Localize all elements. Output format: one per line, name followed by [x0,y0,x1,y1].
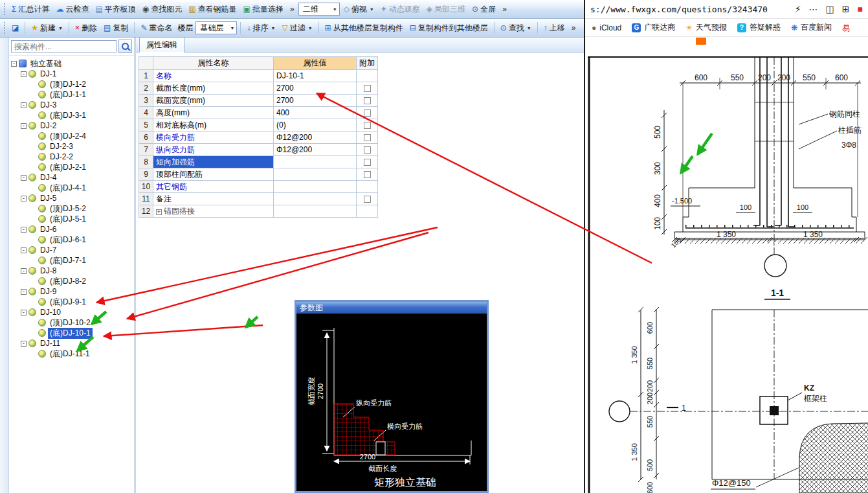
local-3d-button[interactable]: ◈局部三维 [424,3,468,16]
floor-combo[interactable]: 基础层▼ [195,21,237,34]
toolbar-overflow-chevron-1[interactable]: » [287,5,297,14]
tree-node-DJ-1[interactable]: -DJ-1 [9,69,134,79]
attach-checkbox[interactable] [364,134,371,141]
bookmark-qa[interactable]: ?答疑解惑 [737,22,781,33]
tree-node-DJ-10[interactable]: -DJ-10 [9,307,134,317]
tree-node-独立基础[interactable]: -独立基础 [9,58,134,69]
tree-expander-icon[interactable]: - [21,196,27,201]
tree-node-DJ-6[interactable]: -DJ-6 [9,224,134,235]
bookmark-yi[interactable]: 易 [842,24,850,32]
copy-button[interactable]: ▤复制 [101,21,131,35]
tree-expander-icon[interactable]: - [21,123,27,129]
property-value-cell[interactable] [274,181,357,193]
move-up-button[interactable]: ↑上移 [541,21,568,35]
new-button[interactable]: ★新建▼ [28,21,65,35]
tree-node-(底)DJ-8-2[interactable]: (底)DJ-8-2 [9,276,134,286]
toolbar-overflow-chevron-2[interactable]: » [500,5,509,14]
search-input[interactable] [11,40,117,52]
property-value-cell[interactable] [274,156,357,168]
toolbar-grip[interactable] [4,22,6,34]
attach-checkbox[interactable] [364,196,371,203]
property-row[interactable]: 9顶部柱间配筋 [139,168,378,181]
property-row[interactable]: 11备注 [139,193,378,205]
tree-node-DJ-11[interactable]: -DJ-11 [9,338,134,349]
tree-node-DJ-8[interactable]: -DJ-8 [9,266,134,276]
tree-node-(底)DJ-1-1[interactable]: (底)DJ-1-1 [9,89,134,100]
attach-checkbox[interactable] [364,85,371,92]
property-value-cell[interactable]: 400 [274,107,357,119]
expand-icon[interactable]: + [156,209,162,215]
attach-checkbox[interactable] [364,97,371,104]
attach-checkbox[interactable] [364,109,371,117]
bookmark-baidu-news[interactable]: ❋百度新闻 [791,22,832,33]
orbit-view-button[interactable]: ✦动态观察 [378,3,423,16]
full-screen-button[interactable]: ⊙全屏 [469,3,498,16]
cloud-check-button[interactable]: ☁云检查 [53,3,91,16]
red-app-icon[interactable]: ■ [858,4,863,14]
property-row[interactable]: 10其它钢筋 [139,181,378,193]
tree-node-DJ-2-3[interactable]: DJ-2-3 [9,141,134,152]
sort-button[interactable]: ↓排序▼ [244,21,278,35]
search-icon[interactable] [118,40,132,53]
view-mode-combo[interactable]: 二维▼ [298,3,340,16]
tree-node-DJ-7[interactable]: -DJ-7 [9,245,134,255]
property-row[interactable]: 7纵向受力筋Φ12@200 [139,144,378,156]
property-value-cell[interactable] [274,193,357,205]
property-value-cell[interactable] [274,205,357,218]
tree-node-DJ-9[interactable]: -DJ-9 [9,286,134,297]
property-value-cell[interactable]: (0) [274,119,357,132]
tree-node-(底)DJ-10-1[interactable]: (底)DJ-10-1 [9,328,134,338]
panel-toggle-button[interactable]: ◪ [9,23,21,33]
find-element-button[interactable]: ◉查找图元 [140,3,184,16]
tree-node-(底)DJ-11-1[interactable]: (底)DJ-11-1 [9,349,134,359]
apps-grid-icon[interactable]: ⊞ [842,4,850,14]
property-value-cell[interactable] [274,168,357,181]
tree-node-DJ-4[interactable]: -DJ-4 [9,172,134,183]
tree-node-(底)DJ-9-1[interactable]: (底)DJ-9-1 [9,297,134,307]
toolbar2-overflow-chevron[interactable]: » [569,23,579,32]
align-slab-top-button[interactable]: ▤平齐板顶 [93,3,138,16]
tree-node-(顶)DJ-1-2[interactable]: (顶)DJ-1-2 [9,79,134,89]
tree-expander-icon[interactable]: - [21,247,27,253]
property-row[interactable]: 8短向加强筋 [139,156,378,168]
tree-node-DJ-2[interactable]: -DJ-2 [9,120,134,131]
tree-node-(顶)DJ-2-4[interactable]: (顶)DJ-2-4 [9,131,134,141]
rename-button[interactable]: ✎重命名 [138,21,175,35]
tree-expander-icon[interactable]: - [21,175,27,181]
copy-from-other-floor-button[interactable]: ⊞从其他楼层复制构件 [322,21,406,35]
view-rebar-qty-button[interactable]: ▥查看钢筋量 [186,3,239,16]
tree-expander-icon[interactable]: - [11,61,17,67]
property-value-cell[interactable]: DJ-10-1 [274,70,357,82]
bookmark-weather[interactable]: ☀天气预报 [685,22,727,33]
tree-expander-icon[interactable]: - [21,310,27,315]
tree-expander-icon[interactable]: - [21,289,27,295]
find-button[interactable]: ⊙查找▼ [498,21,534,35]
property-row[interactable]: 3截面宽度(mm)2700 [139,95,378,107]
tree-expander-icon[interactable]: - [21,268,27,274]
attach-checkbox[interactable] [364,146,371,154]
tree-node-DJ-2-2[interactable]: DJ-2-2 [9,152,134,162]
tree-node-(底)DJ-5-1[interactable]: (底)DJ-5-1 [9,214,134,224]
property-row[interactable]: 6横向受力筋Φ12@200 [139,132,378,144]
tree-expander-icon[interactable]: - [21,102,27,108]
tree-expander-icon[interactable]: - [21,71,27,77]
reader-panel-icon[interactable]: ◫ [826,4,834,14]
tree-node-DJ-5[interactable]: -DJ-5 [9,193,134,203]
property-row[interactable]: 4高度(mm)400 [139,107,378,119]
tree-node-(底)DJ-7-1[interactable]: (底)DJ-7-1 [9,255,134,266]
property-value-cell[interactable]: Φ12@200 [274,132,357,144]
tree-node-(底)DJ-3-1[interactable]: (底)DJ-3-1 [9,110,134,120]
property-value-cell[interactable]: 2700 [274,82,357,95]
tree-node-(顶)DJ-5-2[interactable]: (顶)DJ-5-2 [9,203,134,214]
tree-node-DJ-3[interactable]: -DJ-3 [9,100,134,110]
attach-checkbox[interactable] [364,122,371,129]
filter-button[interactable]: ▽过滤▼ [279,21,315,35]
tree-node-(底)DJ-2-1[interactable]: (底)DJ-2-1 [9,162,134,172]
tree-expander-icon[interactable]: - [21,341,27,347]
property-row[interactable]: 1名称DJ-10-1 [139,70,378,82]
property-row[interactable]: 12+锚固搭接 [139,205,378,218]
tree-node-(底)DJ-4-1[interactable]: (底)DJ-4-1 [9,183,134,193]
property-value-cell[interactable]: 2700 [274,95,357,107]
bookmark-icloud[interactable]: ●iCloud [592,23,621,32]
summary-calc-button[interactable]: Σ汇总计算 [9,3,52,16]
